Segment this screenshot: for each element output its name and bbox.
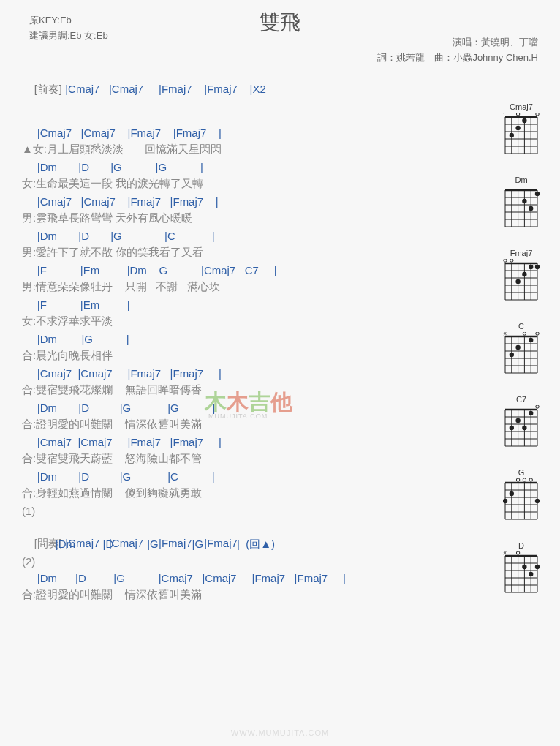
svg-point-102 <box>510 491 514 496</box>
chord-diagram: G <box>496 468 547 522</box>
svg-point-82 <box>536 405 539 408</box>
interlude-line: [間奏] |Cmaj7 |Cmaj7 |Fmaj7 |Fmaj7 | <box>22 520 538 536</box>
chord-line: |F |Em | <box>22 297 538 313</box>
chord-diagram-label: C <box>496 322 547 331</box>
chord-line: |F |Em |Dm G |Cmaj7 C7 | <box>22 263 538 279</box>
lyric-line: ▲女:月上眉頭愁淡淡 回憶滿天星閃閃 <box>22 141 538 157</box>
lyric-line: 女:生命最美這一段 我的淚光轉了又轉 <box>22 176 538 192</box>
chord-diagram-label: Dm <box>496 176 547 184</box>
svg-point-69 <box>510 353 514 357</box>
chord-line: |Dm |D |G |C | <box>22 469 538 485</box>
lyric-line: 合:雙宿雙飛天蔚藍 怒海險山都不管 <box>22 451 538 467</box>
credit-writer: 詞：姚若龍 曲：小蟲Johnny Chen.H <box>377 50 538 66</box>
chord-diagram: Cxx <box>496 322 547 376</box>
chord-diagram-label: C7 <box>496 395 547 404</box>
svg-point-84 <box>515 418 520 423</box>
svg-point-13 <box>516 113 519 116</box>
intro-chords: |Cmaj7 |Cmaj7 |Fmaj7 |Fmaj7 |X2 <box>65 83 266 95</box>
svg-point-46 <box>504 259 507 262</box>
svg-point-63 <box>536 332 539 335</box>
svg-point-85 <box>522 426 526 430</box>
chord-diagram: C7 <box>496 395 547 449</box>
chord-line: |Cmaj7 |Cmaj7 |Fmaj7 |Fmaj7 | <box>22 434 538 451</box>
chord-diagram-label: D <box>496 541 547 550</box>
chord-line: |Dm |D |G |G | <box>22 159 538 176</box>
svg-point-45 <box>510 259 513 262</box>
svg-point-12 <box>536 113 539 116</box>
footer-url: WWW.MUMUJITA.COM <box>0 728 560 737</box>
marker-1: (1) <box>22 503 538 519</box>
lyric-line: 合:晨光向晚長相伴 <box>22 347 538 363</box>
chord-diagram: Fmaj7 <box>496 249 547 303</box>
svg-point-103 <box>535 499 540 503</box>
svg-text:x: x <box>503 113 504 117</box>
lyric-line: 男:愛許下了就不散 你的笑我看了又看 <box>22 244 538 260</box>
chord-diagram-label: Cmaj7 <box>496 102 547 111</box>
lyric-line: 合:身輕如燕過情關 傻到夠癡就勇敢 <box>22 485 538 501</box>
svg-point-31 <box>529 206 533 211</box>
lyric-line: 合:雙宿雙飛花燦爛 無語回眸暗傳香 <box>22 382 538 398</box>
svg-point-64 <box>523 332 526 335</box>
song-title: 雙飛 <box>0 9 560 37</box>
chord-line: |Cmaj7 |Cmaj7 |Fmaj7 |Fmaj7 | <box>22 125 538 141</box>
svg-point-16 <box>515 126 520 130</box>
chord-line: |Cmaj7 |Cmaj7 |Fmaj7 |Fmaj7 | <box>22 366 538 382</box>
svg-point-48 <box>529 265 533 269</box>
svg-point-15 <box>522 118 526 123</box>
chord-diagram-label: G <box>496 468 547 477</box>
chord-line: |Dm |G | <box>22 331 538 347</box>
svg-point-83 <box>529 411 533 415</box>
svg-point-67 <box>529 338 533 342</box>
svg-point-30 <box>535 192 540 196</box>
svg-point-117 <box>516 551 519 554</box>
svg-point-100 <box>523 478 526 481</box>
lyric-line: 男:情意朵朵像牡丹 只開 不謝 滿心坎 <box>22 279 538 295</box>
svg-point-17 <box>510 133 514 137</box>
chord-diagram: Dxx <box>496 541 547 595</box>
svg-text:x: x <box>504 551 507 555</box>
intro-label: [前奏] <box>34 83 66 95</box>
svg-point-86 <box>510 426 514 430</box>
chord-diagrams-column: Cmaj7xDmFmaj7CxxC7GDxx <box>496 102 547 595</box>
chord-diagram: Cmaj7x <box>496 102 547 157</box>
lyric-line: 女:不求浮華求平淡 <box>22 313 538 329</box>
chord-diagram-label: Fmaj7 <box>496 249 547 257</box>
chord-sheet: [前奏] |Cmaj7 |Cmaj7 |Fmaj7 |Fmaj7 |X2 |Cm… <box>0 44 560 603</box>
intro-line: [前奏] |Cmaj7 |Cmaj7 |Fmaj7 |Fmaj7 |X2 <box>22 66 538 112</box>
ending-lyric: 合:證明愛的叫難關 情深依舊叫美滿 <box>22 587 538 603</box>
svg-point-104 <box>503 499 507 503</box>
chord-line: |Dm |D |G |G | <box>22 400 538 416</box>
svg-point-49 <box>522 272 526 276</box>
svg-text:x: x <box>504 332 507 336</box>
svg-point-32 <box>522 199 526 203</box>
chord-line: |Cmaj7 |Cmaj7 |Fmaj7 |Fmaj7 | <box>22 194 538 210</box>
chord-diagram: Dm <box>496 176 547 230</box>
marker-2: (2) <box>22 554 538 569</box>
svg-point-121 <box>522 565 526 569</box>
svg-point-101 <box>516 478 519 481</box>
svg-point-68 <box>515 345 520 350</box>
svg-point-120 <box>535 565 540 569</box>
svg-point-122 <box>529 572 533 576</box>
svg-point-50 <box>515 279 520 284</box>
lyric-line: 合:證明愛的叫難關 情深依舊叫美滿 <box>22 416 538 432</box>
credit-singer: 演唱：黃曉明、丁噹 <box>377 35 538 50</box>
interlude-line-2: |Dm |D |G |G | (回▲) <box>22 536 538 552</box>
svg-point-47 <box>535 265 540 269</box>
lyric-line: 男:雲飛草長路彎彎 天外有風心暖暖 <box>22 210 538 226</box>
svg-point-99 <box>529 478 532 481</box>
chord-line: |Dm |D |G |C | <box>22 228 538 244</box>
ending-chords: |Dm |D |G |Cmaj7 |Cmaj7 |Fmaj7 |Fmaj7 | <box>22 570 538 587</box>
